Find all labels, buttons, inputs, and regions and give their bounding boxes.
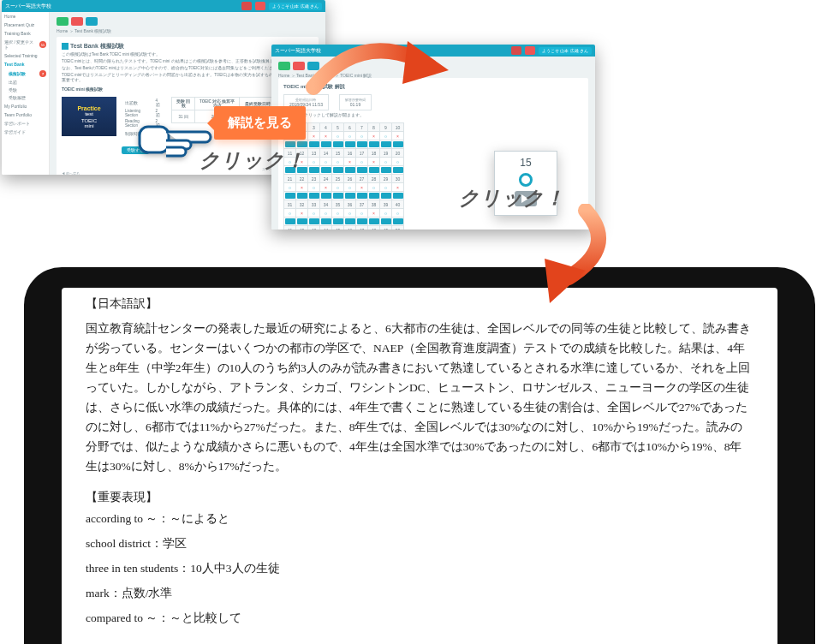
sidebar-item-test-bank[interactable]: Test Bank — [2, 60, 49, 69]
nav-reload-icon[interactable] — [86, 17, 98, 26]
sidebar-item-select-test[interactable]: 選択 / 変更テスト55 — [2, 38, 49, 51]
grid-cell-play[interactable] — [368, 218, 380, 226]
grid-cell-play[interactable] — [320, 192, 332, 200]
play-icon[interactable] — [321, 167, 331, 173]
grid-cell-play[interactable] — [368, 140, 380, 149]
grid-cell-play[interactable] — [380, 166, 392, 175]
sidebar-item-report[interactable]: 学習レポート — [2, 119, 49, 128]
grid-cell-play[interactable] — [356, 218, 368, 226]
back-link[interactable]: ◀ 前へ戻る — [62, 171, 80, 175]
nav-back-icon[interactable] — [278, 62, 290, 70]
grid-cell-play[interactable] — [308, 166, 320, 175]
grid-cell-play[interactable] — [332, 192, 344, 200]
play-icon[interactable] — [309, 167, 319, 173]
play-icon[interactable] — [369, 141, 379, 147]
user-label[interactable]: ようこそ 山本 広雄 さん — [269, 3, 322, 10]
grid-cell-play[interactable] — [332, 140, 344, 149]
grid-cell-play[interactable] — [344, 192, 356, 200]
play-icon[interactable] — [393, 193, 403, 199]
play-icon[interactable] — [357, 167, 367, 173]
play-icon[interactable] — [321, 193, 331, 199]
grid-cell-play[interactable] — [392, 140, 404, 149]
sidebar-item-portfolio[interactable]: My Portfolio — [2, 102, 49, 110]
grid-cell-play[interactable] — [380, 218, 392, 226]
grid-cell-play[interactable] — [368, 192, 380, 200]
user-avatar-icon[interactable] — [255, 2, 265, 10]
sidebar-item-selected-training[interactable]: Selected Training — [2, 51, 49, 60]
play-icon[interactable] — [309, 141, 319, 147]
play-icon[interactable] — [393, 218, 403, 224]
play-icon[interactable] — [369, 193, 379, 199]
lang-toggle-icon[interactable] — [241, 2, 252, 10]
play-icon[interactable] — [321, 141, 331, 147]
play-icon[interactable] — [309, 193, 319, 199]
play-icon[interactable] — [357, 193, 367, 199]
play-icon[interactable] — [381, 167, 391, 173]
sidebar-item-home[interactable]: Home — [2, 12, 49, 21]
sidebar-item-team-portfolio[interactable]: Team Portfolio — [2, 110, 49, 119]
sidebar-sub-history[interactable]: 受験履歴 — [2, 94, 49, 102]
grid-cell-play[interactable] — [356, 140, 368, 149]
play-icon[interactable] — [369, 218, 379, 224]
grid-cell-play[interactable] — [344, 218, 356, 226]
grid-cell-play[interactable] — [380, 192, 392, 200]
grid-cell-play[interactable] — [284, 192, 296, 200]
play-icon[interactable] — [393, 167, 403, 173]
play-icon[interactable] — [393, 141, 403, 147]
play-icon[interactable] — [381, 193, 391, 199]
play-icon[interactable] — [321, 218, 331, 224]
nav-fwd-icon[interactable] — [293, 62, 305, 70]
grid-cell-play[interactable] — [332, 218, 344, 226]
grid-cell-play[interactable] — [392, 218, 404, 226]
play-icon[interactable] — [297, 141, 307, 147]
grid-cell-play[interactable] — [332, 166, 344, 175]
grid-cell-play[interactable] — [380, 140, 392, 149]
sidebar-sub-q[interactable]: 出題 — [2, 79, 49, 86]
grid-cell-play[interactable] — [392, 192, 404, 200]
grid-cell-play[interactable] — [308, 192, 320, 200]
play-icon[interactable] — [285, 218, 295, 224]
grid-cell-play[interactable] — [356, 166, 368, 175]
sidebar-item-guide[interactable]: 学習ガイド — [2, 128, 49, 136]
nav-fwd-icon[interactable] — [71, 17, 83, 26]
play-icon[interactable] — [309, 218, 319, 224]
play-icon[interactable] — [357, 218, 367, 224]
nav-back-icon[interactable] — [57, 17, 68, 26]
grid-cell-play[interactable] — [368, 166, 380, 175]
sidebar-item-training-bank[interactable]: Training Bank — [2, 29, 49, 38]
play-icon[interactable] — [357, 141, 367, 147]
grid-cell-play[interactable] — [284, 218, 296, 226]
play-icon[interactable] — [285, 193, 295, 199]
play-icon[interactable] — [333, 141, 343, 147]
play-icon[interactable] — [333, 167, 343, 173]
grid-cell-play[interactable] — [320, 166, 332, 175]
sidebar-item-placement[interactable]: Placement Quiz — [2, 21, 49, 29]
grid-cell-play[interactable] — [356, 192, 368, 200]
grid-cell-play[interactable] — [296, 192, 308, 200]
grid-cell-play[interactable] — [320, 218, 332, 226]
sidebar-sub-take[interactable]: 受験 — [2, 86, 49, 94]
play-icon[interactable] — [297, 218, 307, 224]
sidebar-sub-mock[interactable]: 模擬試験7 — [2, 69, 49, 79]
play-icon[interactable] — [345, 193, 355, 199]
play-icon[interactable] — [333, 193, 343, 199]
play-icon[interactable] — [381, 141, 391, 147]
lang-toggle-icon[interactable] — [511, 46, 521, 55]
grid-cell-play[interactable] — [344, 166, 356, 175]
play-icon[interactable] — [369, 167, 379, 173]
user-label[interactable]: ようこそ 山本 広雄 さん — [539, 47, 592, 55]
grid-cell-play[interactable] — [296, 218, 308, 226]
user-avatar-icon[interactable] — [525, 46, 535, 55]
play-icon[interactable] — [285, 141, 295, 147]
grid-cell-play[interactable] — [344, 140, 356, 149]
play-icon[interactable] — [345, 218, 355, 224]
play-icon[interactable] — [381, 218, 391, 224]
play-icon[interactable] — [345, 141, 355, 147]
play-icon[interactable] — [345, 167, 355, 173]
grid-cell-play[interactable] — [320, 140, 332, 149]
grid-cell-play[interactable] — [392, 166, 404, 175]
play-icon[interactable] — [297, 193, 307, 199]
play-icon[interactable] — [333, 218, 343, 224]
grid-cell-play[interactable] — [308, 140, 320, 149]
grid-cell-play[interactable] — [308, 218, 320, 226]
